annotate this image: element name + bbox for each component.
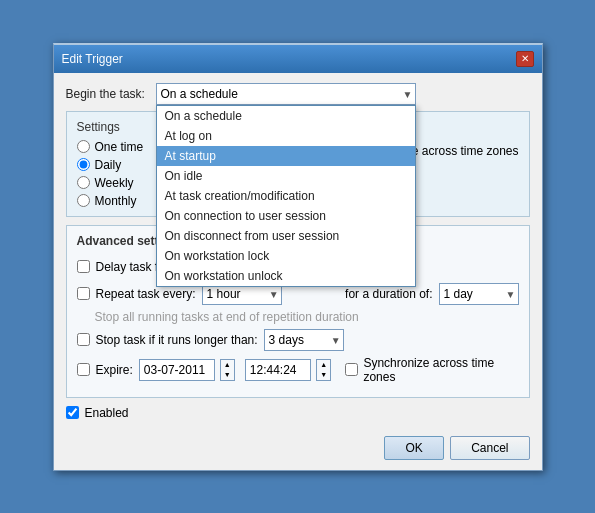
monthly-label: Monthly [95, 194, 137, 208]
stop-longer-checkbox[interactable] [77, 333, 90, 346]
duration-dropdown-container: 1 day ▼ [439, 283, 519, 305]
date-spin-down[interactable]: ▼ [221, 370, 234, 380]
cancel-button[interactable]: Cancel [450, 436, 529, 460]
begin-task-row: Begin the task: On a schedule ▼ On a sch… [66, 83, 530, 105]
repeat-task-label: Repeat task every: [96, 287, 196, 301]
popup-item-unlock[interactable]: On workstation unlock [157, 266, 415, 286]
weekly-label: Weekly [95, 176, 134, 190]
duration-dropdown[interactable]: 1 day ▼ [439, 283, 519, 305]
repeat-arrow-icon: ▼ [269, 288, 279, 299]
duration-label: for a duration of: [345, 287, 432, 301]
delay-task-checkbox[interactable] [77, 260, 90, 273]
stop-longer-label: Stop task if it runs longer than: [96, 333, 258, 347]
expire-date-input[interactable]: 03-07-2011 [139, 359, 215, 381]
begin-task-dropdown[interactable]: On a schedule ▼ [156, 83, 416, 105]
enabled-row: Enabled [66, 406, 530, 420]
begin-task-dropdown-container: On a schedule ▼ On a schedule At log on … [156, 83, 416, 105]
popup-item-idle[interactable]: On idle [157, 166, 415, 186]
begin-task-label: Begin the task: [66, 87, 156, 101]
expire-sync-checkbox[interactable] [345, 363, 358, 376]
time-spin-down[interactable]: ▼ [317, 370, 330, 380]
repeat-task-value: 1 hour [207, 287, 241, 301]
enabled-label: Enabled [85, 406, 129, 420]
expire-row: Expire: 03-07-2011 ▲ ▼ 12:44:24 ▲ ▼ Sy [77, 356, 519, 384]
stop-longer-dropdown-container: 3 days ▼ [264, 329, 344, 351]
expire-label: Expire: [96, 363, 133, 377]
stop-longer-row: Stop task if it runs longer than: 3 days… [77, 329, 519, 351]
begin-task-value: On a schedule [161, 87, 238, 101]
date-spin-up[interactable]: ▲ [221, 360, 234, 370]
dialog-titlebar: Edit Trigger ✕ [54, 45, 542, 73]
stop-running-row: Stop all running tasks at end of repetit… [77, 310, 519, 324]
popup-item-lock[interactable]: On workstation lock [157, 246, 415, 266]
repeat-task-checkbox[interactable] [77, 287, 90, 300]
daily-radio-row: Daily [77, 158, 144, 172]
monthly-radio[interactable] [77, 194, 90, 207]
dialog-body: Begin the task: On a schedule ▼ On a sch… [54, 73, 542, 430]
weekly-radio[interactable] [77, 176, 90, 189]
daily-radio[interactable] [77, 158, 90, 171]
close-button[interactable]: ✕ [516, 51, 534, 67]
popup-item-logon[interactable]: At log on [157, 126, 415, 146]
popup-item-schedule[interactable]: On a schedule [157, 106, 415, 126]
stop-longer-value: 3 days [269, 333, 304, 347]
onetime-radio[interactable] [77, 140, 90, 153]
duration-arrow-icon: ▼ [506, 288, 516, 299]
monthly-radio-row: Monthly [77, 194, 144, 208]
onetime-radio-row: One time [77, 140, 144, 154]
ok-button[interactable]: OK [384, 436, 444, 460]
popup-item-startup[interactable]: At startup [157, 146, 415, 166]
duration-value: 1 day [444, 287, 473, 301]
dropdown-arrow-icon: ▼ [403, 88, 413, 99]
begin-task-popup: On a schedule At log on At startup On id… [156, 105, 416, 287]
daily-label: Daily [95, 158, 122, 172]
expire-time-input[interactable]: 12:44:24 [245, 359, 311, 381]
weekly-radio-row: Weekly [77, 176, 144, 190]
popup-item-disconnect[interactable]: On disconnect from user session [157, 226, 415, 246]
expire-date-value: 03-07-2011 [144, 363, 205, 377]
expire-time-value: 12:44:24 [250, 363, 297, 377]
popup-item-connect[interactable]: On connection to user session [157, 206, 415, 226]
expire-checkbox[interactable] [77, 363, 90, 376]
stop-running-label: Stop all running tasks at end of repetit… [95, 310, 359, 324]
settings-radio-group: One time Daily Weekly Monthly [77, 140, 144, 208]
dialog-footer: OK Cancel [54, 430, 542, 470]
popup-item-creation[interactable]: At task creation/modification [157, 186, 415, 206]
dialog-title: Edit Trigger [62, 52, 123, 66]
expire-sync-label: Synchronize across time zones [363, 356, 518, 384]
onetime-label: One time [95, 140, 144, 154]
stop-longer-dropdown[interactable]: 3 days ▼ [264, 329, 344, 351]
time-spin-up[interactable]: ▲ [317, 360, 330, 370]
stop-longer-arrow-icon: ▼ [331, 334, 341, 345]
enabled-checkbox[interactable] [66, 406, 79, 419]
edit-trigger-dialog: Edit Trigger ✕ Begin the task: On a sche… [53, 43, 543, 471]
